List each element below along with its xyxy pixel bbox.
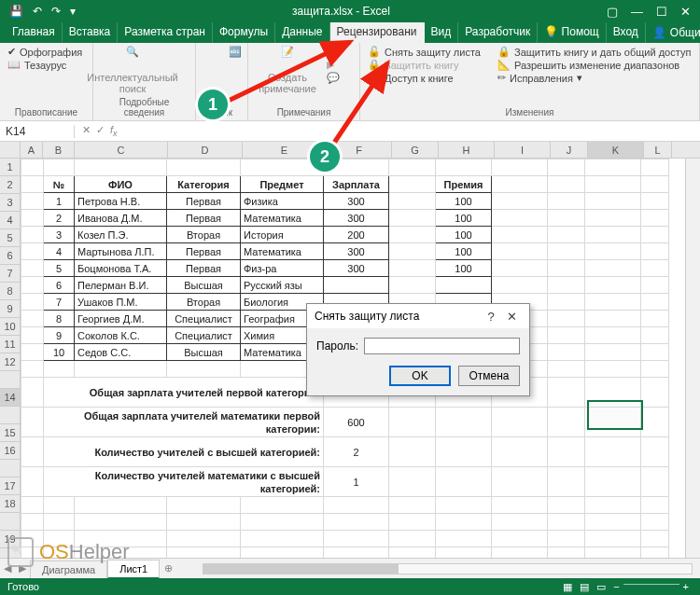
share-button[interactable]: 👤 Общий доступ bbox=[646, 22, 700, 43]
tab-review[interactable]: Рецензировани bbox=[330, 22, 425, 43]
view-normal-icon[interactable]: ▦ bbox=[559, 581, 576, 593]
row-header[interactable]: 7 bbox=[0, 265, 21, 283]
col-header-K[interactable]: K bbox=[588, 142, 644, 158]
ok-button[interactable]: OK bbox=[389, 366, 451, 386]
col-header-I[interactable]: I bbox=[495, 142, 551, 158]
row-header[interactable]: 6 bbox=[0, 247, 21, 265]
row-header[interactable]: 14 bbox=[0, 389, 21, 407]
row-header[interactable]: 10 bbox=[0, 318, 21, 336]
view-layout-icon[interactable]: ▤ bbox=[576, 581, 593, 593]
undo-icon[interactable]: ↶ bbox=[33, 5, 42, 18]
annotation-marker-2: 2 bbox=[310, 142, 340, 172]
zoom-slider[interactable] bbox=[623, 584, 679, 585]
tab-formulas[interactable]: Формулы bbox=[213, 22, 275, 43]
tab-data[interactable]: Данные bbox=[275, 22, 329, 43]
group-proofing: ✔ Орфография 📖 Тезаурус Правописание bbox=[0, 43, 93, 120]
track-changes-button[interactable]: ✏ Исправления ▾ bbox=[496, 72, 693, 84]
quick-access-toolbar: 💾 ↶ ↷ ▾ bbox=[0, 5, 76, 18]
add-sheet-button[interactable]: ⊕ bbox=[160, 562, 176, 574]
minimize-icon[interactable]: — bbox=[631, 5, 643, 19]
row-header[interactable]: 16 bbox=[0, 442, 21, 460]
row-header[interactable]: 4 bbox=[0, 212, 21, 229]
password-label: Пароль: bbox=[316, 339, 358, 353]
fx-icon[interactable]: fx bbox=[110, 124, 118, 138]
column-headers: ABCDEFGHIJKL bbox=[0, 142, 700, 159]
group-insights: 🔍 Интеллектуальный поиск Подробные сведе… bbox=[93, 43, 196, 120]
show-comments-button: 💬 bbox=[325, 72, 342, 84]
tab-insert[interactable]: Вставка bbox=[63, 22, 119, 43]
group-title-comments: Примечания bbox=[254, 107, 354, 118]
new-comment-icon: 📝 bbox=[274, 46, 301, 72]
unprotect-sheet-dialog: Снять защиту листа ? ✕ Пароль: OK Отмена bbox=[306, 303, 530, 396]
sign-in[interactable]: Вход bbox=[607, 22, 646, 43]
save-icon[interactable]: 💾 bbox=[9, 5, 23, 18]
vertical-scrollbar[interactable] bbox=[685, 159, 700, 571]
share-workbook-button[interactable]: 👥 Доступ к книге bbox=[366, 72, 483, 84]
annotation-marker-1: 1 bbox=[198, 90, 228, 119]
horizontal-scrollbar[interactable] bbox=[203, 563, 693, 574]
tab-layout[interactable]: Разметка стран bbox=[118, 22, 213, 43]
cancel-button[interactable]: Отмена bbox=[458, 366, 520, 386]
group-title-changes: Изменения bbox=[366, 107, 693, 118]
row-header[interactable]: 1 bbox=[0, 159, 21, 176]
col-header-J[interactable]: J bbox=[551, 142, 588, 158]
col-header-B[interactable]: B bbox=[43, 142, 75, 158]
formula-bar: K14 ✕ ✓ fx bbox=[0, 121, 700, 142]
dialog-close-icon[interactable]: ✕ bbox=[501, 310, 522, 324]
maximize-icon[interactable]: ☐ bbox=[656, 5, 667, 19]
row-header[interactable]: 2 bbox=[0, 176, 21, 194]
row-header[interactable]: 15 bbox=[0, 424, 21, 442]
spelling-button[interactable]: ✔ Орфография bbox=[6, 46, 87, 58]
row-header[interactable] bbox=[0, 371, 21, 389]
unprotect-sheet-button[interactable]: 🔓 Снять защиту листа bbox=[366, 46, 483, 58]
view-pagebreak-icon[interactable]: ▭ bbox=[593, 581, 609, 593]
ribbon-options-icon[interactable]: ▢ bbox=[607, 5, 618, 19]
dialog-title: Снять защиту листа bbox=[315, 310, 481, 323]
tab-view[interactable]: Вид bbox=[425, 22, 459, 43]
col-header-G[interactable]: G bbox=[392, 142, 439, 158]
row-headers: 123456789101112141516171819 bbox=[0, 159, 21, 564]
row-header[interactable] bbox=[0, 407, 21, 424]
close-icon[interactable]: ✕ bbox=[680, 5, 691, 19]
password-input[interactable] bbox=[364, 338, 520, 354]
row-header[interactable]: 5 bbox=[0, 229, 21, 247]
group-title-proofing: Правописание bbox=[6, 107, 87, 118]
zoom-in-icon[interactable]: + bbox=[679, 581, 693, 592]
col-header-C[interactable]: C bbox=[75, 142, 168, 158]
row-header[interactable]: 9 bbox=[0, 300, 21, 318]
tell-me[interactable]: 💡 Помощ bbox=[538, 22, 606, 43]
row-header[interactable]: 17 bbox=[0, 477, 21, 495]
select-all-corner[interactable] bbox=[0, 142, 21, 158]
col-header-H[interactable]: H bbox=[439, 142, 495, 158]
row-header[interactable]: 3 bbox=[0, 194, 21, 212]
name-box[interactable]: K14 bbox=[0, 125, 75, 138]
dialog-help-icon[interactable]: ? bbox=[481, 310, 501, 324]
watermark: OSHelper bbox=[7, 537, 130, 567]
redo-icon[interactable]: ↷ bbox=[51, 5, 61, 18]
col-header-D[interactable]: D bbox=[168, 142, 243, 158]
row-header[interactable]: 18 bbox=[0, 495, 21, 513]
status-text: Готово bbox=[7, 581, 39, 592]
row-header[interactable] bbox=[0, 460, 21, 477]
row-header[interactable] bbox=[0, 513, 21, 531]
col-header-L[interactable]: L bbox=[644, 142, 672, 158]
tab-home[interactable]: Главная bbox=[6, 22, 63, 43]
smart-lookup-button[interactable]: 🔍 Интеллектуальный поиск bbox=[99, 46, 166, 94]
row-header[interactable]: 8 bbox=[0, 283, 21, 300]
status-bar: Готово ▦ ▤ ▭ − + bbox=[0, 578, 700, 595]
group-comments: 📝 Создать примечание ◀ ▶ 💬 Примечания bbox=[248, 43, 360, 120]
thesaurus-button[interactable]: 📖 Тезаурус bbox=[6, 59, 87, 71]
zoom-out-icon[interactable]: − bbox=[609, 581, 623, 592]
row-header[interactable]: 11 bbox=[0, 336, 21, 353]
tab-developer[interactable]: Разработчик bbox=[458, 22, 538, 43]
translate-icon: 🔤 bbox=[222, 46, 248, 72]
group-title-insights: Подробные сведения bbox=[99, 97, 189, 118]
protect-share-button[interactable]: 🔒 Защитить книгу и дать общий доступ bbox=[496, 46, 693, 58]
cancel-formula-icon: ✕ bbox=[82, 124, 91, 138]
protect-workbook-button[interactable]: 🔒 Защитить книгу bbox=[366, 59, 483, 71]
new-comment-button[interactable]: 📝 Создать примечание bbox=[254, 46, 321, 94]
col-header-A[interactable]: A bbox=[21, 142, 43, 158]
title-bar: 💾 ↶ ↷ ▾ защита.xlsx - Excel ▢ — ☐ ✕ bbox=[0, 0, 700, 22]
group-changes: 🔓 Снять защиту листа 🔒 Защитить книгу 👥 … bbox=[360, 43, 700, 120]
row-header[interactable]: 12 bbox=[0, 353, 21, 371]
